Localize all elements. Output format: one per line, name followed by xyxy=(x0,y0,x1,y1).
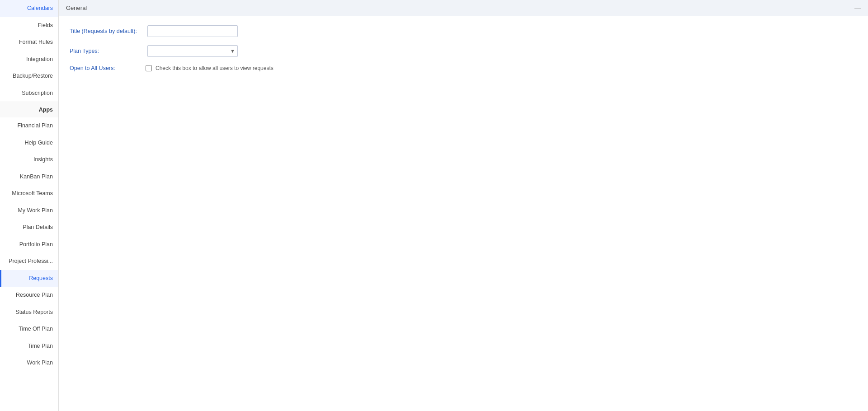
sidebar-item-insights[interactable]: Insights xyxy=(0,151,58,168)
sidebar-item-backup-restore[interactable]: Backup/Restore xyxy=(0,68,58,85)
sidebar-item-kanban-plan[interactable]: KanBan Plan xyxy=(0,168,58,186)
sidebar-item-calendars[interactable]: Calendars xyxy=(0,0,58,17)
sidebar-item-work-plan[interactable]: Work Plan xyxy=(0,355,58,372)
open-to-all-row: Open to All Users: Check this box to all… xyxy=(70,65,857,71)
sidebar-item-my-work-plan[interactable]: My Work Plan xyxy=(0,202,58,220)
sidebar-item-format-rules[interactable]: Format Rules xyxy=(0,34,58,51)
sidebar-item-status-reports[interactable]: Status Reports xyxy=(0,304,58,321)
sidebar-item-financial-plan[interactable]: Financial Plan xyxy=(0,117,58,135)
sidebar-section-apps[interactable]: Apps xyxy=(0,102,58,117)
section-title: General xyxy=(66,5,87,11)
open-to-all-checkbox[interactable] xyxy=(146,65,152,71)
sidebar-item-time-plan[interactable]: Time Plan xyxy=(0,338,58,355)
plan-types-select[interactable] xyxy=(147,45,238,57)
title-row: Title (Requests by default): xyxy=(70,25,857,37)
section-header: General — xyxy=(59,0,868,16)
minimize-button[interactable]: — xyxy=(854,5,861,12)
sidebar-item-project-professi[interactable]: Project Professi... xyxy=(0,253,58,270)
sidebar-item-time-off-plan[interactable]: Time Off Plan xyxy=(0,321,58,338)
sidebar-item-resource-plan[interactable]: Resource Plan xyxy=(0,287,58,304)
plan-types-row: Plan Types: ▼ xyxy=(70,45,857,57)
open-to-all-description: Check this box to allow all users to vie… xyxy=(156,65,274,71)
sidebar-item-integration[interactable]: Integration xyxy=(0,51,58,68)
main-content: General — Title (Requests by default): P… xyxy=(59,0,868,411)
sidebar-item-microsoft-teams[interactable]: Microsoft Teams xyxy=(0,185,58,202)
sidebar-item-subscription[interactable]: Subscription xyxy=(0,85,58,102)
sidebar: Calendars Fields Format Rules Integratio… xyxy=(0,0,59,411)
sidebar-item-plan-details[interactable]: Plan Details xyxy=(0,219,58,236)
sidebar-item-help-guide[interactable]: Help Guide xyxy=(0,135,58,152)
sidebar-item-portfolio-plan[interactable]: Portfolio Plan xyxy=(0,236,58,253)
title-input[interactable] xyxy=(147,25,238,37)
sidebar-item-requests[interactable]: Requests xyxy=(0,270,58,287)
title-label: Title (Requests by default): xyxy=(70,28,142,34)
plan-types-select-wrapper: ▼ xyxy=(147,45,238,57)
plan-types-label: Plan Types: xyxy=(70,48,142,54)
open-to-all-label: Open to All Users: xyxy=(70,65,142,71)
sidebar-item-fields[interactable]: Fields xyxy=(0,17,58,34)
form-area: Title (Requests by default): Plan Types:… xyxy=(59,16,868,80)
